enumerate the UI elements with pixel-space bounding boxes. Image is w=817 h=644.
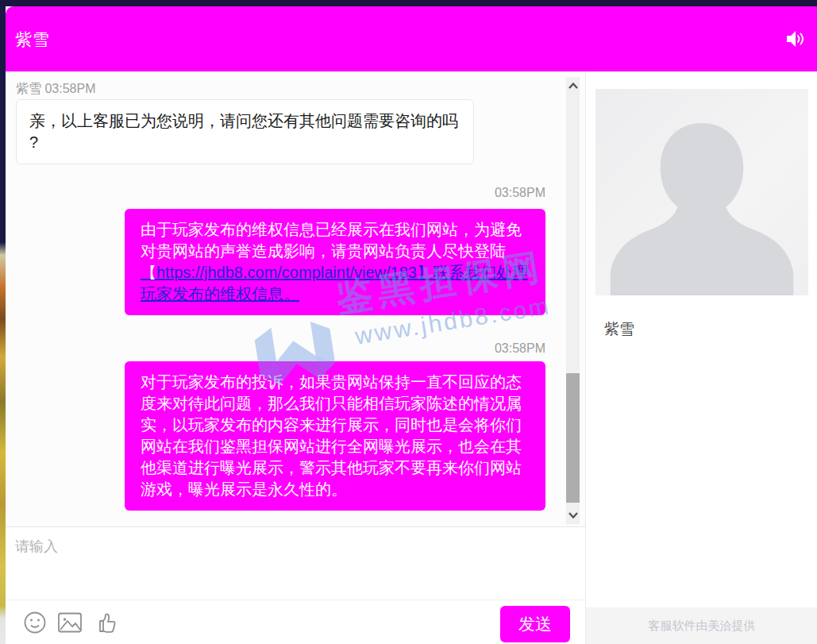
timestamp: 03:58PM bbox=[495, 341, 545, 356]
message-composer bbox=[6, 526, 585, 600]
meiqia-chat-window: 紫雪 紫雪 03:58PM 亲，以上客服已为您说明，请问您还有其他问题需要咨询的… bbox=[0, 0, 817, 644]
page-background-sliver bbox=[0, 6, 6, 644]
link-text: https://jhdb8.com/complaint/view/183】联系我… bbox=[141, 264, 528, 303]
emoji-icon[interactable] bbox=[23, 611, 47, 634]
visitor-message-bubble: 由于玩家发布的维权信息已经展示在我们网站，为避免 对贵网站的声誉造成影响，请贵网… bbox=[125, 209, 545, 315]
message-sender-label: 紫雪 03:58PM bbox=[16, 81, 95, 98]
agent-message-text: 亲，以上客服已为您说明，请问您还有其他问题需要咨询的吗 ? bbox=[29, 112, 458, 151]
provider-footer: 客服软件由美洽提供 bbox=[586, 607, 817, 644]
composer-toolbar: 发送 bbox=[6, 600, 585, 644]
speaker-icon[interactable] bbox=[785, 29, 807, 49]
thumbs-up-icon[interactable] bbox=[93, 610, 118, 635]
agent-message-bubble: 亲，以上客服已为您说明，请问您还有其他问题需要咨询的吗 ? bbox=[16, 99, 474, 164]
agent-title: 紫雪 bbox=[15, 29, 50, 51]
agent-avatar bbox=[595, 89, 808, 295]
visitor-message-text: 对于玩家发布的投诉，如果贵网站保持一直不回应的态 度来对待此问题，那么我们只能相… bbox=[141, 373, 522, 498]
chat-header: 紫雪 bbox=[6, 6, 817, 71]
scrollbar-thumb[interactable] bbox=[566, 373, 580, 503]
message-input[interactable] bbox=[6, 527, 585, 600]
visitor-message-bubble: 对于玩家发布的投诉，如果贵网站保持一直不回应的态 度来对待此问题，那么我们只能相… bbox=[125, 361, 545, 511]
image-upload-icon[interactable] bbox=[57, 611, 83, 634]
scroll-down-arrow-icon[interactable] bbox=[566, 508, 580, 523]
scroll-up-arrow-icon[interactable] bbox=[566, 79, 580, 93]
complaint-link[interactable]: 【https://jhdb8.com/complaint/view/183】联系… bbox=[141, 264, 528, 303]
agent-info-panel: 紫雪 客服软件由美洽提供 bbox=[585, 71, 817, 644]
link-bracket: 【 bbox=[141, 264, 156, 281]
chat-widget: 紫雪 紫雪 03:58PM 亲，以上客服已为您说明，请问您还有其他问题需要咨询的… bbox=[6, 6, 817, 644]
message-list[interactable]: 紫雪 03:58PM 亲，以上客服已为您说明，请问您还有其他问题需要咨询的吗 ?… bbox=[6, 71, 585, 526]
person-silhouette-icon bbox=[595, 89, 808, 295]
visitor-message-text: 由于玩家发布的维权信息已经展示在我们网站，为避免 对贵网站的声誉造成影响，请贵网… bbox=[141, 221, 522, 260]
timestamp: 03:58PM bbox=[495, 186, 545, 200]
conversation-column: 紫雪 03:58PM 亲，以上客服已为您说明，请问您还有其他问题需要咨询的吗 ?… bbox=[6, 71, 585, 644]
agent-name: 紫雪 bbox=[604, 319, 634, 340]
send-button[interactable]: 发送 bbox=[500, 606, 570, 642]
chat-scrollbar[interactable] bbox=[566, 77, 580, 524]
